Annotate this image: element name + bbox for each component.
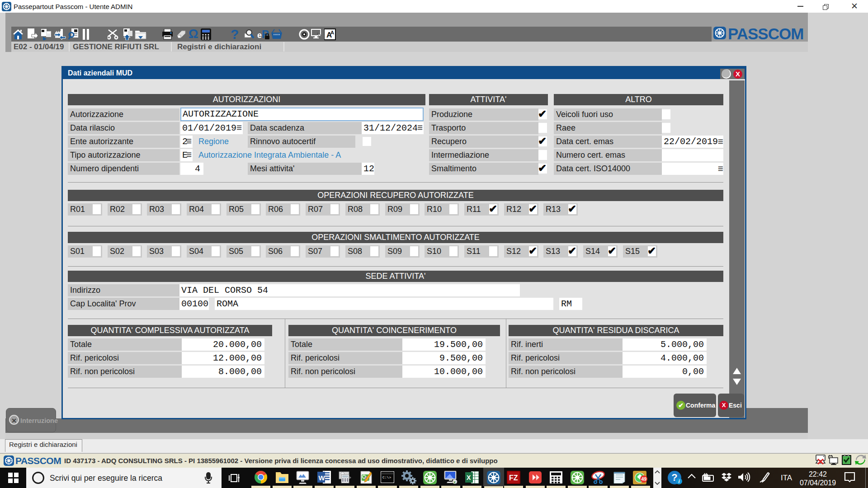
svg-text:A: A [330,30,334,35]
svg-text:x: x [453,480,456,484]
svg-text:X: X [467,474,471,481]
svg-text:W: W [319,474,326,482]
svg-text:C:\>: C:\> [382,475,391,479]
svg-text:49: 49 [642,476,647,482]
svg-text:FZ: FZ [509,474,518,482]
